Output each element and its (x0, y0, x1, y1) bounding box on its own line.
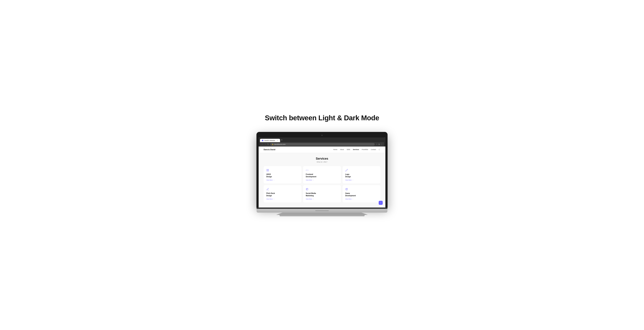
social-link[interactable]: View More → (306, 198, 338, 200)
back-button[interactable]: ← (262, 143, 264, 145)
nav-contact[interactable]: Contact (371, 149, 376, 150)
svg-rect-0 (267, 169, 268, 170)
service-card-uiux[interactable]: UI/UXDesign View More → (264, 166, 301, 184)
social-name: Social MediaMarketing (306, 192, 338, 197)
game-name: GameDevelopment (345, 192, 378, 197)
website-content: Danciu David Home About Skills Services … (258, 146, 386, 208)
theme-toggle-button[interactable]: ☾ (379, 148, 380, 151)
tab-close-button[interactable]: ✕ (277, 140, 278, 141)
browser-nav-buttons: ← → ↻ (262, 143, 269, 145)
url-bar[interactable]: 🔒 daviddanciu.com (270, 143, 375, 146)
frontend-name: FrontendDevelopment (306, 173, 338, 178)
browser-chrome: David's Website ✕ + ← → ↻ 🔒 daviddanciu.… (258, 137, 386, 146)
laptop-screen-bezel: David's Website ✕ + ← → ↻ 🔒 daviddanciu.… (256, 132, 388, 208)
arrow-icon: → (312, 179, 314, 181)
tab-favicon (262, 140, 263, 141)
uiux-icon (266, 169, 299, 172)
laptop-mockup: David's Website ✕ + ← → ↻ 🔒 daviddanciu.… (256, 132, 388, 216)
service-card-game[interactable]: GameDevelopment View More → (343, 185, 380, 203)
new-tab-button[interactable]: + (280, 138, 284, 142)
url-text: daviddanciu.com (274, 143, 286, 145)
services-title: Services (264, 157, 380, 160)
browser-address-bar: ← → ↻ 🔒 daviddanciu.com ☆ ⧉ ⋮ (260, 142, 384, 146)
nav-about[interactable]: About (340, 149, 344, 150)
arrow-icon: → (352, 198, 353, 200)
menu-icon[interactable]: ⋮ (381, 143, 382, 145)
nav-portofolio[interactable]: Portofolio (362, 149, 368, 150)
laptop-foot (280, 215, 364, 216)
svg-rect-3 (268, 170, 269, 171)
svg-rect-1 (268, 169, 269, 170)
site-nav-links: Home About Skills Services Portofolio Co… (333, 148, 380, 151)
page-heading: Switch between Light & Dark Mode (265, 114, 379, 122)
browser-window: David's Website ✕ + ← → ↻ 🔒 daviddanciu.… (258, 137, 386, 208)
service-card-social[interactable]: Social MediaMarketing View More → (303, 185, 341, 203)
tab-title: David's Website (264, 140, 275, 141)
laptop-base (256, 208, 388, 216)
service-card-logo[interactable]: LogoDesign View More → (343, 166, 380, 184)
svg-rect-2 (267, 170, 268, 171)
social-icon (306, 188, 338, 191)
browser-tabs-bar: David's Website ✕ + (260, 138, 384, 142)
nav-services[interactable]: Services (353, 149, 359, 150)
forward-button[interactable]: → (264, 143, 266, 145)
services-section: Services What do I offer? (258, 153, 386, 208)
browser-active-tab[interactable]: David's Website ✕ (260, 139, 280, 142)
nav-home[interactable]: Home (333, 149, 337, 150)
service-card-frontend[interactable]: FrontendDevelopment View More → (303, 166, 341, 184)
arrow-icon: → (352, 179, 353, 181)
laptop-hinge (256, 208, 388, 209)
svg-rect-4 (306, 188, 308, 190)
browser-actions: ☆ ⧉ ⋮ (376, 143, 382, 145)
lock-icon: 🔒 (272, 143, 274, 145)
arrow-icon: → (273, 179, 274, 181)
scroll-top-icon: ↑ (380, 202, 381, 204)
scroll-top-button[interactable]: ↑ (379, 201, 383, 205)
pitchdeck-icon (266, 188, 299, 191)
refresh-button[interactable]: ↻ (267, 143, 269, 145)
logo-link[interactable]: View More → (345, 179, 378, 181)
services-grid: UI/UXDesign View More → (264, 166, 380, 203)
pitchdeck-link[interactable]: View More → (266, 198, 299, 200)
svg-rect-7 (346, 188, 348, 190)
arrow-icon: → (273, 198, 274, 200)
frontend-icon (306, 169, 338, 172)
logo-name: LogoDesign (345, 173, 378, 178)
pitchdeck-name: Pitch DeckDesign (266, 192, 299, 197)
uiux-link[interactable]: View More → (266, 179, 299, 181)
frontend-link[interactable]: View More → (306, 179, 338, 181)
extension-icon[interactable]: ⧉ (378, 143, 380, 145)
laptop-camera (322, 135, 322, 136)
site-logo: Danciu David (264, 148, 276, 150)
nav-skills[interactable]: Skills (347, 149, 350, 150)
services-subtitle: What do I offer? (264, 161, 380, 163)
game-link[interactable]: View More → (345, 198, 378, 200)
laptop-vent (315, 210, 329, 211)
laptop-bottom (256, 209, 388, 213)
logo-icon (345, 169, 378, 172)
camera-bar (258, 134, 386, 136)
laptop-stand (256, 213, 388, 215)
bookmark-icon[interactable]: ☆ (376, 143, 378, 145)
game-icon (345, 188, 378, 191)
site-nav: Danciu David Home About Skills Services … (258, 146, 386, 153)
uiux-name: UI/UXDesign (266, 173, 299, 178)
arrow-icon: → (312, 198, 314, 200)
service-card-pitchdeck[interactable]: Pitch DeckDesign View More → (264, 185, 301, 203)
services-header: Services What do I offer? (264, 157, 380, 163)
